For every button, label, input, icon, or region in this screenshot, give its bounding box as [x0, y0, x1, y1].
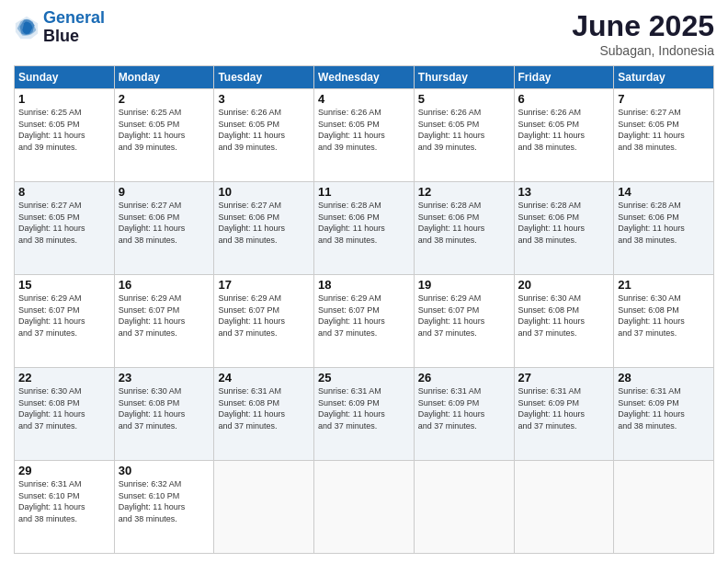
- logo-icon: [14, 15, 40, 40]
- day-info: Sunrise: 6:31 AM Sunset: 6:09 PM Dayligh…: [318, 385, 410, 431]
- day-number: 17: [218, 278, 310, 292]
- day-number: 27: [518, 371, 610, 385]
- day-info: Sunrise: 6:30 AM Sunset: 6:08 PM Dayligh…: [518, 293, 610, 339]
- day-number: 4: [318, 92, 410, 106]
- day-number: 11: [318, 185, 410, 199]
- week-row-5: 29Sunrise: 6:31 AM Sunset: 6:10 PM Dayli…: [15, 461, 714, 554]
- day-number: 28: [618, 371, 710, 385]
- day-cell: 3Sunrise: 6:26 AM Sunset: 6:05 PM Daylig…: [214, 89, 314, 182]
- day-info: Sunrise: 6:27 AM Sunset: 6:06 PM Dayligh…: [119, 200, 210, 246]
- day-number: 8: [18, 185, 110, 199]
- day-info: Sunrise: 6:25 AM Sunset: 6:05 PM Dayligh…: [119, 107, 210, 153]
- week-row-1: 1Sunrise: 6:25 AM Sunset: 6:05 PM Daylig…: [15, 89, 714, 182]
- day-info: Sunrise: 6:31 AM Sunset: 6:09 PM Dayligh…: [518, 385, 610, 431]
- day-number: 22: [18, 371, 110, 385]
- day-cell: [314, 461, 415, 554]
- day-number: 12: [418, 185, 510, 199]
- day-info: Sunrise: 6:28 AM Sunset: 6:06 PM Dayligh…: [318, 200, 410, 246]
- day-cell: 30Sunrise: 6:32 AM Sunset: 6:10 PM Dayli…: [114, 461, 214, 554]
- day-info: Sunrise: 6:30 AM Sunset: 6:08 PM Dayligh…: [119, 385, 210, 431]
- day-cell: 5Sunrise: 6:26 AM Sunset: 6:05 PM Daylig…: [414, 89, 514, 182]
- day-info: Sunrise: 6:28 AM Sunset: 6:06 PM Dayligh…: [618, 200, 710, 246]
- day-info: Sunrise: 6:27 AM Sunset: 6:05 PM Dayligh…: [18, 200, 110, 246]
- day-cell: [214, 461, 314, 554]
- day-info: Sunrise: 6:26 AM Sunset: 6:05 PM Dayligh…: [418, 107, 510, 153]
- week-row-4: 22Sunrise: 6:30 AM Sunset: 6:08 PM Dayli…: [15, 368, 714, 461]
- day-cell: 21Sunrise: 6:30 AM Sunset: 6:08 PM Dayli…: [614, 275, 714, 368]
- weekday-header-monday: Monday: [114, 66, 214, 89]
- logo-line1: General: [43, 8, 105, 27]
- day-number: 16: [119, 278, 210, 292]
- day-cell: 18Sunrise: 6:29 AM Sunset: 6:07 PM Dayli…: [314, 275, 415, 368]
- weekday-header-tuesday: Tuesday: [214, 66, 314, 89]
- day-cell: 8Sunrise: 6:27 AM Sunset: 6:05 PM Daylig…: [15, 182, 115, 275]
- top-section: General Blue June 2025 Subagan, Indonesi…: [14, 9, 714, 58]
- day-cell: 6Sunrise: 6:26 AM Sunset: 6:05 PM Daylig…: [514, 89, 614, 182]
- day-cell: 12Sunrise: 6:28 AM Sunset: 6:06 PM Dayli…: [414, 182, 514, 275]
- day-info: Sunrise: 6:32 AM Sunset: 6:10 PM Dayligh…: [119, 478, 210, 524]
- day-number: 18: [318, 278, 410, 292]
- day-cell: 23Sunrise: 6:30 AM Sunset: 6:08 PM Dayli…: [114, 368, 214, 461]
- page: General Blue June 2025 Subagan, Indonesi…: [0, 0, 728, 563]
- week-row-2: 8Sunrise: 6:27 AM Sunset: 6:05 PM Daylig…: [15, 182, 714, 275]
- day-cell: 13Sunrise: 6:28 AM Sunset: 6:06 PM Dayli…: [514, 182, 614, 275]
- day-number: 23: [119, 371, 210, 385]
- day-number: 13: [518, 185, 610, 199]
- day-info: Sunrise: 6:30 AM Sunset: 6:08 PM Dayligh…: [18, 385, 110, 431]
- day-cell: [514, 461, 614, 554]
- day-cell: [414, 461, 514, 554]
- day-cell: 29Sunrise: 6:31 AM Sunset: 6:10 PM Dayli…: [15, 461, 115, 554]
- day-info: Sunrise: 6:31 AM Sunset: 6:08 PM Dayligh…: [218, 385, 310, 431]
- day-info: Sunrise: 6:29 AM Sunset: 6:07 PM Dayligh…: [218, 293, 310, 339]
- weekday-header-wednesday: Wednesday: [314, 66, 415, 89]
- weekday-header-thursday: Thursday: [414, 66, 514, 89]
- day-cell: 27Sunrise: 6:31 AM Sunset: 6:09 PM Dayli…: [514, 368, 614, 461]
- day-cell: 17Sunrise: 6:29 AM Sunset: 6:07 PM Dayli…: [214, 275, 314, 368]
- day-cell: 10Sunrise: 6:27 AM Sunset: 6:06 PM Dayli…: [214, 182, 314, 275]
- day-cell: 20Sunrise: 6:30 AM Sunset: 6:08 PM Dayli…: [514, 275, 614, 368]
- day-info: Sunrise: 6:31 AM Sunset: 6:10 PM Dayligh…: [18, 478, 110, 524]
- location-subtitle: Subagan, Indonesia: [572, 43, 714, 58]
- day-number: 9: [119, 185, 210, 199]
- day-number: 25: [318, 371, 410, 385]
- day-cell: 1Sunrise: 6:25 AM Sunset: 6:05 PM Daylig…: [15, 89, 115, 182]
- day-number: 10: [218, 185, 310, 199]
- day-cell: 19Sunrise: 6:29 AM Sunset: 6:07 PM Dayli…: [414, 275, 514, 368]
- day-number: 20: [518, 278, 610, 292]
- day-number: 14: [618, 185, 710, 199]
- day-cell: [614, 461, 714, 554]
- day-cell: 7Sunrise: 6:27 AM Sunset: 6:05 PM Daylig…: [614, 89, 714, 182]
- weekday-header-row: SundayMondayTuesdayWednesdayThursdayFrid…: [15, 66, 714, 89]
- day-info: Sunrise: 6:28 AM Sunset: 6:06 PM Dayligh…: [518, 200, 610, 246]
- day-info: Sunrise: 6:26 AM Sunset: 6:05 PM Dayligh…: [218, 107, 310, 153]
- day-number: 26: [418, 371, 510, 385]
- day-number: 15: [18, 278, 110, 292]
- day-cell: 28Sunrise: 6:31 AM Sunset: 6:09 PM Dayli…: [614, 368, 714, 461]
- day-cell: 24Sunrise: 6:31 AM Sunset: 6:08 PM Dayli…: [214, 368, 314, 461]
- weekday-header-saturday: Saturday: [614, 66, 714, 89]
- day-cell: 9Sunrise: 6:27 AM Sunset: 6:06 PM Daylig…: [114, 182, 214, 275]
- day-number: 3: [218, 92, 310, 106]
- logo-text: General Blue: [43, 9, 105, 46]
- day-number: 7: [618, 92, 710, 106]
- week-row-3: 15Sunrise: 6:29 AM Sunset: 6:07 PM Dayli…: [15, 275, 714, 368]
- day-info: Sunrise: 6:26 AM Sunset: 6:05 PM Dayligh…: [518, 107, 610, 153]
- day-info: Sunrise: 6:26 AM Sunset: 6:05 PM Dayligh…: [318, 107, 410, 153]
- day-number: 6: [518, 92, 610, 106]
- day-info: Sunrise: 6:31 AM Sunset: 6:09 PM Dayligh…: [618, 385, 710, 431]
- day-cell: 26Sunrise: 6:31 AM Sunset: 6:09 PM Dayli…: [414, 368, 514, 461]
- day-number: 29: [18, 464, 110, 477]
- calendar: SundayMondayTuesdayWednesdayThursdayFrid…: [14, 65, 714, 554]
- logo: General Blue: [14, 9, 105, 46]
- day-cell: 4Sunrise: 6:26 AM Sunset: 6:05 PM Daylig…: [314, 89, 415, 182]
- day-info: Sunrise: 6:29 AM Sunset: 6:07 PM Dayligh…: [418, 293, 510, 339]
- day-number: 1: [18, 92, 110, 106]
- day-number: 21: [618, 278, 710, 292]
- day-info: Sunrise: 6:28 AM Sunset: 6:06 PM Dayligh…: [418, 200, 510, 246]
- day-cell: 16Sunrise: 6:29 AM Sunset: 6:07 PM Dayli…: [114, 275, 214, 368]
- logo-line2: Blue: [43, 28, 105, 46]
- title-section: June 2025 Subagan, Indonesia: [572, 9, 714, 58]
- day-cell: 14Sunrise: 6:28 AM Sunset: 6:06 PM Dayli…: [614, 182, 714, 275]
- day-cell: 15Sunrise: 6:29 AM Sunset: 6:07 PM Dayli…: [15, 275, 115, 368]
- day-info: Sunrise: 6:31 AM Sunset: 6:09 PM Dayligh…: [418, 385, 510, 431]
